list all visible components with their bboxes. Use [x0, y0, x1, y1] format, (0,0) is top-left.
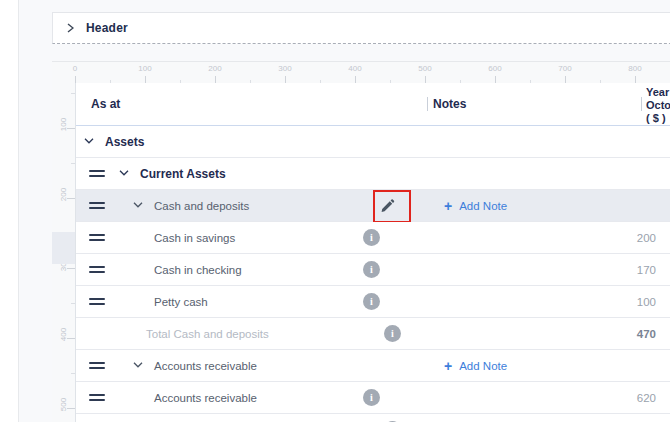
v-ruler-label: 200	[59, 185, 68, 205]
table-header-row: As at Notes Year end Octobe ( $ )	[76, 83, 670, 126]
drag-handle-icon[interactable]	[89, 234, 105, 242]
value-cell[interactable]: 620	[637, 392, 656, 404]
table-rows: AssetsCurrent AssetsCash and deposits+Ad…	[76, 126, 670, 422]
plus-icon: +	[444, 359, 452, 373]
ruler-tick	[67, 338, 75, 339]
chevron-down-icon[interactable]	[133, 202, 143, 208]
table-row-petty-cash[interactable]: Petty cashi100	[76, 286, 670, 318]
row-label: Accounts receivable	[154, 392, 257, 404]
v-ruler-label: 500	[59, 395, 68, 415]
column-divider	[641, 97, 642, 111]
v-ruler-label: 100	[59, 115, 68, 135]
table-row-accounts-receivable-group[interactable]: Accounts receivable+Add Note	[76, 350, 670, 382]
row-label: Total Cash and deposits	[146, 328, 269, 340]
ruler-tick	[67, 128, 75, 129]
edit-pencil-icon[interactable]	[379, 198, 395, 214]
ruler-tick	[67, 268, 75, 269]
drag-handle-icon[interactable]	[89, 298, 105, 306]
info-icon[interactable]: i	[363, 293, 380, 310]
ruler-tick	[67, 198, 75, 199]
row-label: Cash in checking	[154, 264, 242, 276]
row-label: Assets	[105, 135, 144, 149]
h-ruler-label: 700	[558, 64, 571, 73]
table-row-accounts-receivable[interactable]: Accounts receivablei620	[76, 382, 670, 414]
h-ruler-label: 500	[418, 64, 431, 73]
chevron-right-icon[interactable]	[67, 23, 74, 33]
header-section-label: Header	[86, 21, 128, 35]
value-cell: 470	[637, 328, 656, 340]
chevron-down-icon[interactable]	[119, 170, 129, 176]
drag-handle-icon[interactable]	[89, 362, 105, 370]
value-cell[interactable]: 200	[637, 232, 656, 244]
h-ruler-label: 800	[628, 64, 641, 73]
info-icon[interactable]: i	[384, 325, 401, 342]
table-row-cash-and-deposits[interactable]: Cash and deposits+Add Note	[76, 190, 670, 222]
value-cell[interactable]: 170	[637, 264, 656, 276]
chevron-down-icon[interactable]	[133, 362, 143, 368]
h-ruler-label: 0	[73, 64, 77, 73]
table-row-current-assets[interactable]: Current Assets	[76, 158, 670, 190]
plus-icon: +	[444, 199, 452, 213]
add-note-button[interactable]: +Add Note	[444, 199, 507, 213]
table-row-cash-in-checking[interactable]: Cash in checkingi170	[76, 254, 670, 286]
h-ruler-label: 300	[278, 64, 291, 73]
drag-handle-icon[interactable]	[89, 170, 105, 178]
column-header-as-at: As at	[91, 97, 120, 111]
vertical-ruler: 100200300400500	[52, 83, 75, 422]
table-row-total-cash-and-deposits[interactable]: Total Cash and depositsi470	[76, 318, 670, 350]
table-row-cash-in-savings[interactable]: Cash in savingsi200	[76, 222, 670, 254]
drag-handle-icon[interactable]	[89, 266, 105, 274]
value-cell[interactable]: 100	[637, 296, 656, 308]
table-row-total-accounts-receivable[interactable]: Total Accounts receivablei620	[76, 414, 670, 422]
ruler-tick	[67, 408, 75, 409]
h-ruler-label: 400	[348, 64, 361, 73]
left-panel-divider	[18, 0, 19, 422]
horizontal-ruler: 0100200300400500600700800	[52, 61, 670, 84]
info-icon[interactable]: i	[363, 389, 380, 406]
table-row-assets[interactable]: Assets	[76, 126, 670, 158]
column-header-year-ended: Year end Octobe ( $ )	[646, 86, 670, 125]
row-label: Petty cash	[154, 296, 208, 308]
chevron-down-icon[interactable]	[84, 138, 94, 144]
info-icon[interactable]: i	[363, 229, 380, 246]
ruler-selection-highlight	[52, 232, 75, 264]
row-label: Current Assets	[140, 167, 226, 181]
header-section-bar[interactable]: Header	[52, 12, 670, 44]
statement-table: As at Notes Year end Octobe ( $ ) Assets…	[75, 83, 670, 422]
h-ruler-label: 200	[208, 64, 221, 73]
row-label: Accounts receivable	[154, 360, 257, 372]
h-ruler-label: 100	[138, 64, 151, 73]
info-icon[interactable]: i	[363, 261, 380, 278]
drag-handle-icon[interactable]	[89, 202, 105, 210]
drag-handle-icon[interactable]	[89, 394, 105, 402]
column-header-notes: Notes	[433, 97, 466, 111]
column-divider	[427, 97, 428, 111]
v-ruler-label: 400	[59, 325, 68, 345]
row-label: Cash in savings	[154, 232, 235, 244]
h-ruler-label: 600	[488, 64, 501, 73]
add-note-button[interactable]: +Add Note	[444, 359, 507, 373]
row-label: Cash and deposits	[154, 200, 249, 212]
